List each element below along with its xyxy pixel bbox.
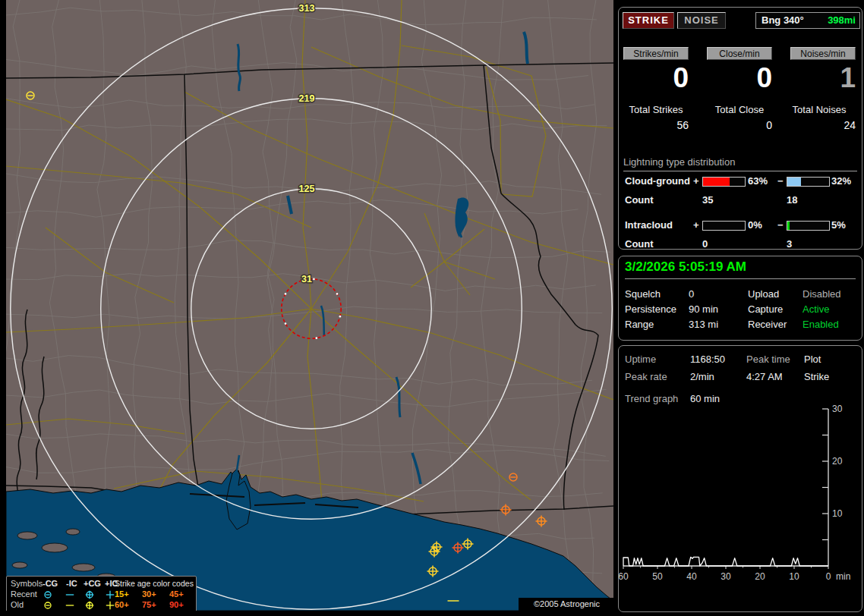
status-panel: 3/2/2026 5:05:19 AM Squelch 0 Upload Dis…: [618, 256, 862, 341]
range-ring-label: 125: [299, 184, 315, 194]
capture-label: Capture: [748, 303, 783, 315]
ic-plus-bar: [702, 221, 746, 231]
map-canvas[interactable]: 31321912531: [6, 0, 613, 611]
cg-minus-bar: [787, 177, 830, 187]
svg-text:50: 50: [652, 571, 663, 582]
noise-button[interactable]: NOISE: [677, 12, 726, 29]
ic-minus-count: 3: [787, 238, 792, 250]
lightning-map[interactable]: 31321912531 Symbols -CG -IC +CG +IC Stri…: [6, 0, 613, 611]
cg-count-label: Count: [625, 194, 654, 206]
ic-plus-count: 0: [702, 238, 708, 250]
legend-col-pcg: +CG: [84, 579, 101, 588]
persistence-label: Persistence: [625, 303, 676, 315]
svg-text:10: 10: [789, 571, 799, 582]
close-per-min-chip: Close/min: [707, 47, 772, 60]
strikes-per-min-chip: Strikes/min: [623, 47, 689, 60]
svg-text:0: 0: [826, 571, 831, 582]
upload-status: Disabled: [803, 288, 841, 300]
range-value: 313 mi: [689, 319, 718, 330]
bearing-value: Bng 340°: [762, 13, 804, 28]
ic-minus-pct: 5%: [831, 219, 846, 231]
legend-age-75: 75+: [142, 600, 156, 609]
legend-row-old: Old: [11, 600, 24, 609]
legend-symbols-header: Symbols: [11, 579, 43, 588]
nexstorm-window: 31321912531 Symbols -CG -IC +CG +IC Stri…: [0, 0, 864, 616]
range-ring-label: 31: [301, 274, 312, 284]
cg-plus-pct: 63%: [748, 175, 768, 187]
cg-minus-count: 18: [787, 194, 797, 206]
trend-panel: Uptime 1168:50 Peak time Plot Peak rate …: [618, 345, 862, 612]
map-legend: Symbols -CG -IC +CG +IC Strike age color…: [6, 576, 197, 611]
persistence-value: 90 min: [689, 303, 718, 315]
svg-text:min: min: [836, 571, 850, 582]
legend-col-nic: -IC: [66, 579, 77, 588]
legend-old-pcg-icon: [84, 601, 96, 610]
range-ring-label: 313: [299, 3, 315, 14]
intracloud-label: Intracloud: [625, 219, 673, 231]
legend-age-45: 45+: [169, 589, 184, 599]
upload-label: Upload: [748, 288, 779, 300]
legend-row-recent: Recent: [11, 589, 37, 599]
legend-old-nic-icon: [65, 601, 76, 610]
total-noises-value: 24: [790, 119, 856, 131]
range-label: Range: [625, 319, 654, 330]
cg-minus-sign: −: [777, 175, 784, 187]
receiver-status: Enabled: [803, 319, 839, 330]
legend-age-15: 15+: [115, 589, 129, 599]
strike-button[interactable]: STRIKE: [623, 12, 674, 29]
datetime-display: 3/2/2026 5:05:19 AM: [625, 259, 856, 279]
legend-recent-ncg-icon: [43, 590, 54, 599]
noises-per-min-chip: Noises/min: [790, 47, 856, 60]
stats-panel: STRIKE NOISE Bng 340° 398mi Strikes/min …: [618, 7, 862, 250]
distribution-title: Lightning type distribution: [623, 156, 857, 171]
svg-text:20: 20: [755, 571, 765, 582]
legend-age-60: 60+: [115, 600, 129, 609]
svg-text:30: 30: [721, 571, 731, 582]
legend-recent-nic-icon: [65, 590, 76, 599]
legend-age-30: 30+: [142, 589, 156, 599]
svg-text:60: 60: [619, 571, 629, 582]
legend-old-ncg-icon: [43, 601, 54, 610]
legend-age-header: Strike age color codes: [115, 579, 194, 588]
ic-plus-pct: 0%: [748, 219, 762, 231]
squelch-value: 0: [689, 288, 694, 300]
cg-plus-bar: [702, 177, 746, 187]
legend-col-ncg: -CG: [43, 579, 58, 588]
ic-plus-sign: +: [693, 219, 699, 231]
legend-recent-pcg-icon: [84, 590, 96, 599]
strikes-per-min-value: 0: [623, 62, 689, 94]
range-ring-label: 219: [299, 93, 315, 104]
total-close-value: 0: [707, 119, 772, 131]
cg-plus-sign: +: [693, 175, 699, 187]
close-per-min-value: 0: [707, 62, 772, 94]
legend-age-90: 90+: [169, 600, 184, 609]
cloud-ground-label: Cloud-ground: [625, 175, 690, 187]
total-strikes-label: Total Strikes: [615, 104, 697, 115]
ic-minus-sign: −: [777, 219, 784, 231]
total-noises-label: Total Noises: [778, 104, 860, 115]
total-strikes-value: 56: [623, 119, 689, 131]
copyright: ©2005 Astrogenic Systems: [519, 598, 613, 611]
capture-status: Active: [803, 303, 829, 315]
svg-text:40: 40: [686, 571, 697, 582]
cg-minus-pct: 32%: [831, 175, 851, 187]
ic-count-label: Count: [625, 238, 654, 250]
receiver-label: Receiver: [748, 319, 787, 330]
trend-trace: [623, 557, 828, 566]
svg-text:10: 10: [832, 508, 843, 519]
cg-plus-count: 35: [702, 194, 713, 206]
svg-text:20: 20: [832, 456, 843, 467]
ic-minus-bar: [787, 221, 830, 231]
noises-per-min-value: 1: [790, 62, 856, 94]
trend-graph: 3020106050403020100min: [619, 346, 862, 611]
total-close-label: Total Close: [698, 104, 780, 115]
bearing-distance: 398mi: [828, 13, 856, 28]
bearing-display: Bng 340° 398mi: [755, 12, 860, 29]
squelch-label: Squelch: [625, 288, 661, 300]
svg-text:30: 30: [832, 404, 843, 414]
